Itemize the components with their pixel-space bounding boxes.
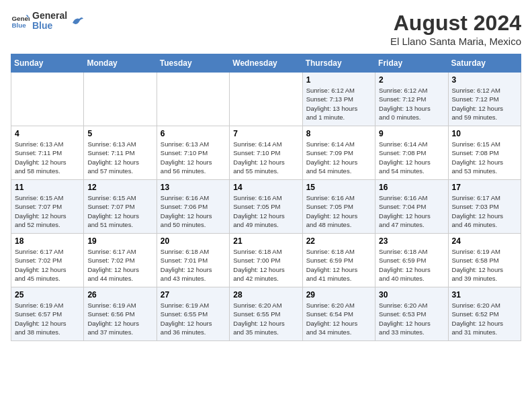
day-info: Sunrise: 6:17 AM Sunset: 7:03 PM Dayligh… — [452, 193, 517, 229]
day-info: Sunrise: 6:18 AM Sunset: 7:00 PM Dayligh… — [233, 247, 298, 283]
day-info: Sunrise: 6:20 AM Sunset: 6:54 PM Dayligh… — [306, 301, 371, 336]
day-number: 31 — [452, 290, 517, 300]
day-info: Sunrise: 6:18 AM Sunset: 6:59 PM Dayligh… — [379, 247, 444, 283]
day-info: Sunrise: 6:20 AM Sunset: 6:55 PM Dayligh… — [233, 301, 298, 336]
calendar-cell: 4Sunrise: 6:13 AM Sunset: 7:11 PM Daylig… — [11, 126, 84, 180]
day-number: 30 — [379, 290, 444, 300]
day-number: 14 — [233, 183, 298, 192]
calendar-cell: 11Sunrise: 6:15 AM Sunset: 7:07 PM Dayli… — [11, 180, 84, 234]
calendar-cell — [84, 73, 157, 126]
day-number: 20 — [161, 236, 226, 246]
day-header-sunday: Sunday — [11, 54, 84, 73]
logo-general: General — [32, 11, 67, 21]
calendar-cell: 8Sunrise: 6:14 AM Sunset: 7:09 PM Daylig… — [302, 126, 375, 180]
calendar-cell: 6Sunrise: 6:13 AM Sunset: 7:10 PM Daylig… — [157, 126, 229, 180]
day-header-monday: Monday — [84, 54, 157, 73]
day-info: Sunrise: 6:14 AM Sunset: 7:08 PM Dayligh… — [379, 140, 444, 175]
title-block: August 2024 El Llano Santa Maria, Mexico — [390, 11, 521, 47]
logo-icon: General Blue — [11, 11, 30, 30]
day-info: Sunrise: 6:15 AM Sunset: 7:07 PM Dayligh… — [87, 193, 152, 229]
day-number: 18 — [15, 236, 80, 246]
calendar-cell: 26Sunrise: 6:19 AM Sunset: 6:56 PM Dayli… — [84, 287, 157, 341]
day-info: Sunrise: 6:19 AM Sunset: 6:57 PM Dayligh… — [15, 301, 80, 336]
calendar-cell — [157, 73, 229, 126]
calendar-week-row: 18Sunrise: 6:17 AM Sunset: 7:02 PM Dayli… — [11, 234, 521, 287]
day-number: 11 — [15, 183, 80, 192]
day-number: 29 — [306, 290, 371, 300]
calendar-cell: 7Sunrise: 6:14 AM Sunset: 7:10 PM Daylig… — [230, 126, 302, 180]
logo-blue: Blue — [32, 21, 67, 31]
day-header-friday: Friday — [375, 54, 448, 73]
day-number: 6 — [161, 129, 226, 138]
calendar-week-row: 25Sunrise: 6:19 AM Sunset: 6:57 PM Dayli… — [11, 287, 521, 341]
day-info: Sunrise: 6:20 AM Sunset: 6:53 PM Dayligh… — [379, 301, 444, 336]
day-info: Sunrise: 6:16 AM Sunset: 7:06 PM Dayligh… — [161, 193, 226, 229]
day-info: Sunrise: 6:13 AM Sunset: 7:11 PM Dayligh… — [15, 140, 80, 175]
day-number: 22 — [306, 236, 371, 246]
day-number: 19 — [87, 236, 152, 246]
day-info: Sunrise: 6:16 AM Sunset: 7:05 PM Dayligh… — [306, 193, 371, 229]
day-number: 8 — [306, 129, 371, 138]
calendar-cell: 5Sunrise: 6:13 AM Sunset: 7:11 PM Daylig… — [84, 126, 157, 180]
calendar-week-row: 1Sunrise: 6:12 AM Sunset: 7:13 PM Daylig… — [11, 73, 521, 126]
day-number: 16 — [379, 183, 444, 192]
day-number: 2 — [379, 75, 444, 85]
day-info: Sunrise: 6:19 AM Sunset: 6:56 PM Dayligh… — [87, 301, 152, 336]
calendar-cell: 1Sunrise: 6:12 AM Sunset: 7:13 PM Daylig… — [302, 73, 375, 126]
calendar-week-row: 4Sunrise: 6:13 AM Sunset: 7:11 PM Daylig… — [11, 126, 521, 180]
day-number: 23 — [379, 236, 444, 246]
calendar-cell: 23Sunrise: 6:18 AM Sunset: 6:59 PM Dayli… — [375, 234, 448, 287]
day-header-saturday: Saturday — [448, 54, 521, 73]
calendar-cell: 10Sunrise: 6:15 AM Sunset: 7:08 PM Dayli… — [448, 126, 521, 180]
day-number: 24 — [452, 236, 517, 246]
day-number: 3 — [452, 75, 517, 85]
calendar-cell: 24Sunrise: 6:19 AM Sunset: 6:58 PM Dayli… — [448, 234, 521, 287]
day-header-thursday: Thursday — [302, 54, 375, 73]
calendar-cell: 16Sunrise: 6:16 AM Sunset: 7:04 PM Dayli… — [375, 180, 448, 234]
calendar-cell: 12Sunrise: 6:15 AM Sunset: 7:07 PM Dayli… — [84, 180, 157, 234]
day-info: Sunrise: 6:14 AM Sunset: 7:09 PM Dayligh… — [306, 140, 371, 175]
calendar-cell: 29Sunrise: 6:20 AM Sunset: 6:54 PM Dayli… — [302, 287, 375, 341]
day-number: 4 — [15, 129, 80, 138]
page-header: General Blue General Blue August 2024 El… — [11, 11, 521, 47]
day-number: 9 — [379, 129, 444, 138]
calendar-cell: 15Sunrise: 6:16 AM Sunset: 7:05 PM Dayli… — [302, 180, 375, 234]
calendar-cell: 9Sunrise: 6:14 AM Sunset: 7:08 PM Daylig… — [375, 126, 448, 180]
day-number: 12 — [87, 183, 152, 192]
calendar-header-row: SundayMondayTuesdayWednesdayThursdayFrid… — [11, 54, 521, 73]
calendar-cell: 18Sunrise: 6:17 AM Sunset: 7:02 PM Dayli… — [11, 234, 84, 287]
day-number: 28 — [233, 290, 298, 300]
day-number: 5 — [87, 129, 152, 138]
day-info: Sunrise: 6:13 AM Sunset: 7:11 PM Dayligh… — [87, 140, 152, 175]
day-number: 21 — [233, 236, 298, 246]
day-number: 15 — [306, 183, 371, 192]
day-number: 7 — [233, 129, 298, 138]
calendar-cell: 22Sunrise: 6:18 AM Sunset: 6:59 PM Dayli… — [302, 234, 375, 287]
day-info: Sunrise: 6:12 AM Sunset: 7:12 PM Dayligh… — [379, 86, 444, 122]
day-info: Sunrise: 6:18 AM Sunset: 6:59 PM Dayligh… — [306, 247, 371, 283]
calendar-cell: 28Sunrise: 6:20 AM Sunset: 6:55 PM Dayli… — [230, 287, 302, 341]
day-info: Sunrise: 6:12 AM Sunset: 7:13 PM Dayligh… — [306, 86, 371, 122]
logo: General Blue General Blue — [11, 11, 85, 32]
calendar-cell: 31Sunrise: 6:20 AM Sunset: 6:52 PM Dayli… — [448, 287, 521, 341]
day-header-wednesday: Wednesday — [230, 54, 302, 73]
day-info: Sunrise: 6:15 AM Sunset: 7:07 PM Dayligh… — [15, 193, 80, 229]
logo-bird-icon — [70, 13, 85, 28]
svg-text:Blue: Blue — [11, 21, 26, 29]
calendar-cell: 17Sunrise: 6:17 AM Sunset: 7:03 PM Dayli… — [448, 180, 521, 234]
day-info: Sunrise: 6:16 AM Sunset: 7:04 PM Dayligh… — [379, 193, 444, 229]
day-number: 17 — [452, 183, 517, 192]
day-info: Sunrise: 6:17 AM Sunset: 7:02 PM Dayligh… — [87, 247, 152, 283]
day-info: Sunrise: 6:20 AM Sunset: 6:52 PM Dayligh… — [452, 301, 517, 336]
location-subtitle: El Llano Santa Maria, Mexico — [390, 36, 521, 47]
calendar-week-row: 11Sunrise: 6:15 AM Sunset: 7:07 PM Dayli… — [11, 180, 521, 234]
day-info: Sunrise: 6:12 AM Sunset: 7:12 PM Dayligh… — [452, 86, 517, 122]
day-number: 13 — [161, 183, 226, 192]
calendar-cell: 20Sunrise: 6:18 AM Sunset: 7:01 PM Dayli… — [157, 234, 229, 287]
day-number: 10 — [452, 129, 517, 138]
day-info: Sunrise: 6:15 AM Sunset: 7:08 PM Dayligh… — [452, 140, 517, 175]
calendar-cell: 30Sunrise: 6:20 AM Sunset: 6:53 PM Dayli… — [375, 287, 448, 341]
calendar-cell: 25Sunrise: 6:19 AM Sunset: 6:57 PM Dayli… — [11, 287, 84, 341]
calendar-cell: 2Sunrise: 6:12 AM Sunset: 7:12 PM Daylig… — [375, 73, 448, 126]
day-info: Sunrise: 6:19 AM Sunset: 6:58 PM Dayligh… — [452, 247, 517, 283]
